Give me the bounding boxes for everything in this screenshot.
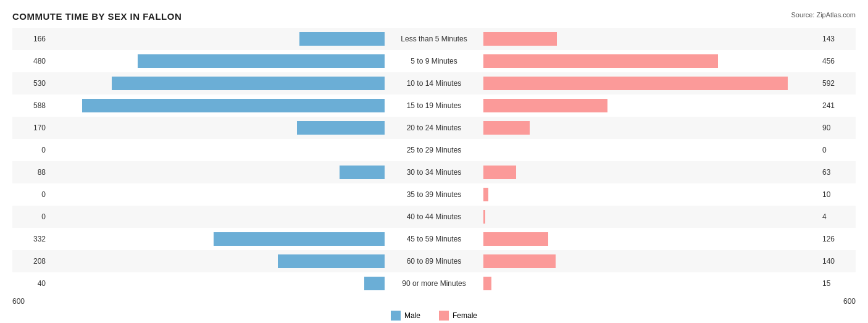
female-bar <box>483 210 485 224</box>
left-bar-wrapper: 0 <box>12 206 385 228</box>
female-bar <box>483 254 556 268</box>
chart-title: COMMUTE TIME BY SEX IN FALLON <box>12 11 856 22</box>
table-row: 170 20 to 24 Minutes 90 <box>12 117 856 139</box>
female-bar <box>483 277 491 290</box>
male-value: 170 <box>12 124 49 132</box>
right-bar-wrapper: 90 <box>483 117 856 139</box>
right-bars <box>483 121 819 135</box>
legend-male-box <box>391 311 401 321</box>
right-bar-wrapper: 143 <box>483 28 856 50</box>
table-row: 40 90 or more Minutes 15 <box>12 272 856 295</box>
row-label: 25 to 29 Minutes <box>385 146 483 154</box>
male-bar <box>364 277 385 290</box>
left-bar-wrapper: 170 <box>12 117 385 139</box>
legend-female-box <box>439 311 449 321</box>
male-value: 166 <box>12 35 49 43</box>
left-bars <box>49 254 385 268</box>
female-value: 140 <box>819 257 856 266</box>
right-bar-wrapper: 126 <box>483 228 856 250</box>
table-row: 88 30 to 34 Minutes 63 <box>12 161 856 183</box>
row-label: 90 or more Minutes <box>385 279 483 288</box>
female-value: 10 <box>819 190 856 199</box>
male-bar <box>297 121 385 135</box>
female-value: 126 <box>819 235 856 243</box>
female-bar <box>483 232 548 246</box>
table-row: 0 25 to 29 Minutes 0 <box>12 139 856 161</box>
male-value: 0 <box>12 146 49 154</box>
row-label: 45 to 59 Minutes <box>385 235 483 243</box>
right-bars <box>483 277 819 290</box>
right-bars <box>483 210 819 224</box>
chart-area: 166 Less than 5 Minutes 143 480 5 to 9 M… <box>12 28 856 295</box>
left-bar-wrapper: 0 <box>12 183 385 206</box>
left-bar-wrapper: 480 <box>12 50 385 72</box>
male-value: 208 <box>12 257 49 266</box>
left-bar-wrapper: 0 <box>12 139 385 161</box>
table-row: 480 5 to 9 Minutes 456 <box>12 50 856 72</box>
male-value: 530 <box>12 79 49 88</box>
right-bars <box>483 166 819 179</box>
legend-male-label: Male <box>404 311 420 320</box>
male-bar <box>214 232 385 246</box>
legend-female: Female <box>439 311 477 321</box>
female-value: 456 <box>819 57 856 65</box>
left-bars <box>49 232 385 246</box>
table-row: 166 Less than 5 Minutes 143 <box>12 28 856 50</box>
row-label: 10 to 14 Minutes <box>385 79 483 88</box>
female-bar <box>483 77 788 90</box>
male-bar <box>82 99 385 112</box>
table-row: 208 60 to 89 Minutes 140 <box>12 250 856 272</box>
row-label: 60 to 89 Minutes <box>385 257 483 266</box>
male-value: 88 <box>12 168 49 177</box>
female-bar <box>483 99 607 112</box>
left-bars <box>49 210 385 224</box>
right-bar-wrapper: 456 <box>483 50 856 72</box>
row-label: Less than 5 Minutes <box>385 35 483 43</box>
female-bar <box>483 166 516 179</box>
table-row: 332 45 to 59 Minutes 126 <box>12 228 856 250</box>
male-bar <box>112 77 385 90</box>
right-bars <box>483 99 819 112</box>
table-row: 0 40 to 44 Minutes 4 <box>12 206 856 228</box>
right-bar-wrapper: 140 <box>483 250 856 272</box>
left-bar-wrapper: 208 <box>12 250 385 272</box>
axis-left: 600 <box>12 297 25 306</box>
chart-container: COMMUTE TIME BY SEX IN FALLON Source: Zi… <box>0 0 868 323</box>
male-value: 0 <box>12 190 49 199</box>
left-bars <box>49 277 385 290</box>
left-bars <box>49 188 385 201</box>
legend-male: Male <box>391 311 420 321</box>
table-row: 588 15 to 19 Minutes 241 <box>12 94 856 117</box>
left-bars <box>49 121 385 135</box>
left-bars <box>49 32 385 46</box>
table-row: 530 10 to 14 Minutes 592 <box>12 72 856 94</box>
legend: Male Female <box>12 311 856 321</box>
row-label: 15 to 19 Minutes <box>385 101 483 110</box>
right-bars <box>483 32 819 46</box>
right-bar-wrapper: 15 <box>483 272 856 295</box>
female-value: 63 <box>819 168 856 177</box>
right-bars <box>483 188 819 201</box>
left-bar-wrapper: 332 <box>12 228 385 250</box>
male-value: 0 <box>12 212 49 221</box>
left-bar-wrapper: 588 <box>12 94 385 117</box>
left-bars <box>49 77 385 90</box>
female-value: 241 <box>819 101 856 110</box>
row-label: 20 to 24 Minutes <box>385 124 483 132</box>
right-bars <box>483 54 819 68</box>
legend-female-label: Female <box>453 311 477 320</box>
female-value: 15 <box>819 279 856 288</box>
right-bar-wrapper: 592 <box>483 72 856 94</box>
right-bar-wrapper: 0 <box>483 139 856 161</box>
female-bar <box>483 32 557 46</box>
row-label: 40 to 44 Minutes <box>385 212 483 221</box>
male-bar <box>278 254 385 268</box>
right-bar-wrapper: 4 <box>483 206 856 228</box>
male-value: 40 <box>12 279 49 288</box>
female-value: 0 <box>819 146 856 154</box>
left-bar-wrapper: 40 <box>12 272 385 295</box>
female-bar <box>483 121 530 135</box>
right-bars <box>483 77 819 90</box>
source-label: Source: ZipAtlas.com <box>791 11 856 19</box>
row-label: 30 to 34 Minutes <box>385 168 483 177</box>
